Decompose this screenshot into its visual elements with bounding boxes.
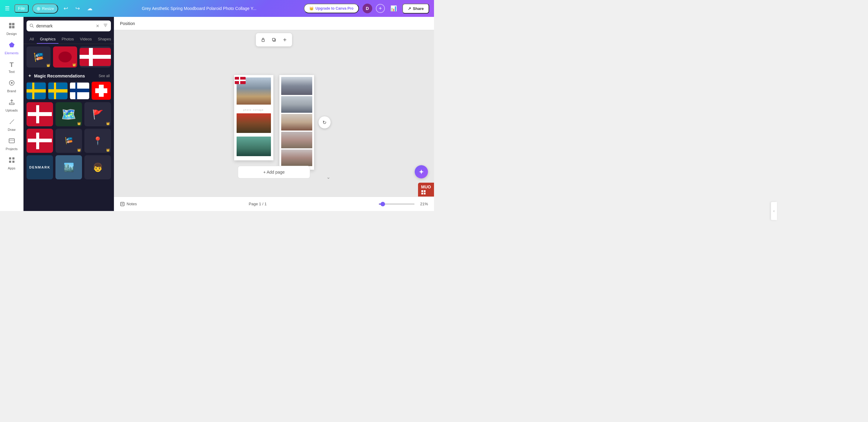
list-item[interactable]: DENMARK <box>27 155 53 179</box>
search-filter-icon[interactable] <box>103 23 108 29</box>
sidebar-item-projects[interactable]: Projects <box>1 134 23 154</box>
sidebar-item-apps[interactable]: Apps <box>1 154 23 173</box>
sidebar-item-brand[interactable]: Brand <box>1 77 23 96</box>
list-item[interactable]: 🏙️ <box>56 155 82 179</box>
position-panel: Position <box>114 17 434 30</box>
crown-icon: 👑 <box>106 148 110 152</box>
upgrade-button[interactable]: 👑 Upgrade to Canva Pro <box>304 4 359 13</box>
list-item[interactable] <box>27 102 53 126</box>
list-item[interactable]: 🎏 👑 <box>56 129 82 153</box>
zoom-slider[interactable] <box>378 204 415 205</box>
svg-rect-2 <box>9 26 11 28</box>
rotate-button[interactable]: ↻ <box>318 116 331 128</box>
photo-item[interactable] <box>237 137 271 156</box>
svg-marker-4 <box>9 42 14 47</box>
position-label: Position <box>120 21 135 26</box>
grid-row-flags <box>27 82 111 100</box>
list-item[interactable] <box>27 82 46 100</box>
category-tabs: All Graphics Photos Videos Shapes › <box>24 34 114 44</box>
notes-button[interactable]: Notes <box>120 202 137 207</box>
svg-point-6 <box>11 82 13 84</box>
file-menu-button[interactable]: File <box>14 4 29 13</box>
sidebar: Design Elements T Text Brand Uploads <box>0 17 24 211</box>
avatar[interactable]: D <box>363 4 372 13</box>
photo-item[interactable] <box>281 114 312 130</box>
sidebar-item-draw[interactable]: Draw <box>1 115 23 134</box>
cloud-save-icon[interactable]: ☁ <box>85 4 94 13</box>
analytics-icon[interactable]: 📊 <box>389 4 399 13</box>
magic-ai-button[interactable] <box>415 165 428 178</box>
zoom-control: 21% <box>378 202 428 206</box>
muo-watermark: MUO <box>418 183 434 197</box>
svg-rect-27 <box>421 190 423 192</box>
projects-icon <box>8 138 15 146</box>
grid-row-dk-scene: DENMARK 🏙️ 👦 <box>27 155 111 179</box>
grid-row-dk-items2: 🎏 👑 📍 👑 <box>27 129 111 153</box>
svg-rect-28 <box>424 190 426 192</box>
svg-rect-30 <box>424 192 426 194</box>
grid-row-top: 🎏 👑 👑 <box>27 47 111 67</box>
list-item[interactable]: 👦 <box>84 155 111 179</box>
rotate-icon: ↻ <box>322 120 327 125</box>
uploads-icon <box>8 99 15 107</box>
denmark-flag-icon <box>235 77 246 84</box>
magic-see-all-link[interactable]: See all <box>98 74 110 78</box>
search-input[interactable] <box>36 24 93 28</box>
tab-graphics[interactable]: Graphics <box>37 35 59 44</box>
sidebar-item-design[interactable]: Design <box>1 19 23 38</box>
design-icon <box>8 22 15 31</box>
resize-button[interactable]: ⊕ Resize <box>32 4 59 13</box>
muo-label: MUO <box>421 184 431 189</box>
list-item[interactable]: 📍 👑 <box>84 129 111 153</box>
list-item[interactable] <box>27 129 53 153</box>
add-to-page-button[interactable] <box>280 35 290 44</box>
search-clear-icon[interactable]: ✕ <box>96 24 99 28</box>
tab-all[interactable]: All <box>27 35 37 44</box>
magic-title: Magic Recommendations <box>34 73 96 79</box>
share-button[interactable]: ↗ Share <box>402 4 429 13</box>
list-item[interactable] <box>48 82 67 100</box>
page-info: Page 1 / 1 <box>141 202 375 206</box>
sidebar-item-uploads[interactable]: Uploads <box>1 96 23 115</box>
sidebar-item-text[interactable]: T Text <box>1 58 23 77</box>
list-item[interactable] <box>92 82 111 100</box>
add-user-button[interactable]: + <box>376 4 385 13</box>
brand-icon <box>8 80 15 88</box>
photo-item[interactable] <box>281 96 312 113</box>
crown-icon: 👑 <box>46 64 50 67</box>
list-item[interactable]: 🗺️ 👑 <box>56 102 82 126</box>
tab-videos[interactable]: Videos <box>77 35 95 44</box>
list-item[interactable]: 🎏 👑 <box>27 47 51 67</box>
undo-button[interactable]: ↩ <box>62 4 70 13</box>
canvas-scroll[interactable]: photo collage <box>114 30 434 197</box>
elements-grid: 🎏 👑 👑 ✦ Magic Recommendations <box>24 44 114 211</box>
apps-icon <box>8 157 15 165</box>
photo-caption: photo collage <box>237 108 271 112</box>
text-label: Text <box>8 70 14 73</box>
brand-label: Brand <box>7 89 16 93</box>
photo-item[interactable] <box>281 77 312 95</box>
add-page-button[interactable]: + Add page <box>238 166 310 178</box>
svg-point-20 <box>59 52 72 62</box>
copy-button[interactable] <box>269 35 279 44</box>
svg-rect-11 <box>9 157 11 159</box>
hamburger-icon[interactable]: ☰ <box>5 5 10 12</box>
canvas-area: Position <box>114 17 434 211</box>
show-pages-icon[interactable]: ⌄ <box>327 174 330 180</box>
list-item[interactable] <box>70 82 89 100</box>
photo-item[interactable] <box>237 113 271 133</box>
sidebar-item-elements[interactable]: Elements <box>1 38 23 58</box>
tab-shapes[interactable]: Shapes <box>95 35 114 44</box>
list-item[interactable]: 🚩 👑 <box>84 102 111 126</box>
denmark-flag-small <box>235 77 246 84</box>
list-item[interactable] <box>80 47 111 67</box>
collage-left: photo collage <box>234 75 273 160</box>
redo-button[interactable]: ↪ <box>73 4 82 13</box>
svg-rect-1 <box>12 23 14 25</box>
resize-icon: ⊕ <box>36 6 40 11</box>
svg-rect-0 <box>9 23 11 25</box>
lock-button[interactable] <box>258 35 268 44</box>
tab-photos[interactable]: Photos <box>59 35 76 44</box>
list-item[interactable]: 👑 <box>53 47 77 67</box>
photo-item[interactable] <box>281 132 312 148</box>
